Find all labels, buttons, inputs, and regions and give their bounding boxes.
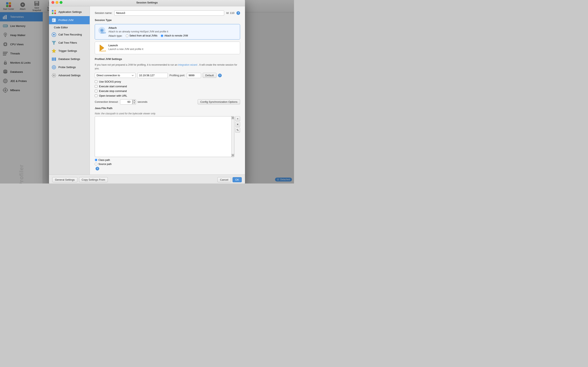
session-id-help-icon[interactable]: ?	[236, 11, 240, 15]
scroll-up-arrow[interactable]: ▲	[232, 117, 234, 119]
attach-type-local-label: Select from all local JVMs	[130, 34, 157, 37]
execute-start-checkbox[interactable]	[95, 85, 97, 88]
launch-card-desc: Launch a new JVM and profile it	[108, 48, 237, 50]
remove-file-button[interactable]: ✕	[235, 122, 240, 127]
minimize-button[interactable]	[56, 1, 58, 4]
file-list-area[interactable]: ▲ ▼	[95, 116, 234, 157]
seconds-label: seconds	[138, 100, 147, 103]
probe-settings-icon	[52, 65, 56, 70]
nav-profiled-jvm[interactable]: J Profiled JVM	[49, 16, 90, 24]
class-path-radio-label[interactable]: Class path	[95, 159, 240, 161]
default-button[interactable]: Default	[203, 73, 216, 78]
use-socks-proxy-checkbox[interactable]	[95, 80, 97, 83]
attach-type-local-radio[interactable]	[126, 34, 129, 37]
nav-call-tree-recording[interactable]: Call Tree Recording	[49, 31, 90, 39]
file-list-container: ▲ ▼ + ✕ ✎	[95, 116, 240, 157]
svg-marker-66	[52, 41, 56, 44]
svg-point-77	[101, 30, 103, 31]
nav-probe-settings[interactable]: Probe Settings	[49, 63, 90, 71]
close-button[interactable]	[52, 1, 54, 4]
attach-card-icon: Attach	[98, 26, 106, 34]
source-path-label: Source path	[98, 163, 112, 166]
footer-right: Cancel OK	[217, 177, 242, 182]
launch-card-title: Launch	[108, 44, 237, 47]
timeout-down-button[interactable]: ▼	[132, 102, 136, 104]
edit-file-button[interactable]: ✎	[235, 128, 240, 133]
profiling-port-input[interactable]	[187, 73, 201, 78]
session-name-row: Session name: Id: 110 ?	[95, 10, 240, 16]
profiling-port-label: Profiling port:	[169, 74, 185, 77]
path-type-help-icon[interactable]: ?	[95, 167, 99, 170]
session-id-label: Id: 110	[226, 11, 234, 15]
svg-rect-59	[54, 10, 56, 12]
session-name-label: Session name:	[95, 11, 112, 15]
source-path-radio[interactable]	[95, 163, 97, 165]
connection-type-select[interactable]: Direct connection to Via SSH tunnel Via …	[95, 73, 136, 78]
application-settings-icon	[52, 9, 56, 15]
execute-stop-label: Execute stop command	[99, 90, 127, 92]
call-tree-recording-icon	[52, 32, 56, 37]
use-socks-proxy-row: Use SOCKS proxy	[95, 80, 240, 83]
nav-trigger-settings[interactable]: Trigger Settings	[49, 47, 90, 55]
svg-point-74	[53, 75, 54, 76]
general-settings-button[interactable]: General Settings	[52, 177, 77, 182]
timeout-input[interactable]	[120, 99, 132, 105]
call-tree-filters-icon	[52, 40, 56, 45]
open-browser-label: Open browser with URL	[99, 94, 127, 97]
session-type-title: Session Type	[95, 18, 240, 22]
nav-label-advanced-settings: Advanced Settings	[58, 74, 80, 77]
copy-settings-button[interactable]: Copy Settings From	[79, 177, 108, 182]
svg-rect-58	[52, 10, 53, 12]
timeout-up-button[interactable]: ▲	[132, 100, 136, 102]
connection-timeout-label: Connection timeout:	[95, 100, 118, 103]
app-background: Start Center Attach Save Snapshot	[0, 0, 294, 184]
svg-rect-61	[54, 12, 56, 14]
execute-start-label: Execute start command	[99, 85, 127, 88]
nav-call-tree-filters[interactable]: Call Tree Filters	[49, 39, 90, 47]
connection-help-icon[interactable]: ?	[218, 74, 222, 77]
attach-type-local-radio-label[interactable]: Select from all local JVMs	[126, 34, 157, 37]
ip-address-input[interactable]	[137, 73, 168, 78]
config-sync-button[interactable]: Config Synchronization Options	[198, 99, 240, 104]
ok-button[interactable]: OK	[233, 177, 242, 182]
profiled-jvm-section-title: Profiled JVM Settings	[95, 58, 240, 60]
open-browser-checkbox[interactable]	[95, 94, 97, 97]
connection-row: Direct connection to Via SSH tunnel Via …	[95, 73, 240, 78]
maximize-button[interactable]	[60, 1, 62, 4]
integration-wizard-link[interactable]: integration wizard	[178, 63, 197, 66]
footer-left: General Settings Copy Settings From	[52, 177, 108, 182]
svg-rect-60	[52, 12, 53, 14]
attach-card[interactable]: Attach Attach Attach to an already runni…	[95, 24, 240, 40]
session-settings-dialog: Session Settings	[49, 0, 245, 184]
nav-advanced-settings[interactable]: Advanced Settings	[49, 71, 90, 80]
dialog-title: Session Settings	[136, 1, 158, 4]
dialog-nav: Application Settings J Profiled JVM Code…	[49, 6, 90, 175]
class-path-radio[interactable]	[95, 159, 97, 161]
scroll-down-arrow[interactable]: ▼	[232, 154, 234, 157]
connection-timeout-row: Connection timeout: ▲ ▼ seconds Config S…	[95, 99, 240, 105]
source-path-radio-label[interactable]: Source path	[95, 163, 240, 166]
attach-type-remote-radio-label[interactable]: Attach to remote JVM	[161, 34, 188, 37]
nav-label-code-editor: Code Editor	[54, 26, 68, 29]
attach-card-title: Attach	[108, 26, 237, 29]
svg-text:J: J	[52, 19, 54, 21]
session-name-input[interactable]	[114, 10, 224, 16]
nav-label-database-settings: Database Settings	[58, 58, 80, 60]
attach-type-remote-label: Attach to remote JVM	[164, 34, 188, 37]
profiled-jvm-icon: J	[52, 18, 56, 23]
execute-stop-row: Execute stop command	[95, 90, 240, 92]
nav-database-settings[interactable]: Database Settings	[49, 55, 90, 63]
cancel-button[interactable]: Cancel	[217, 177, 231, 182]
scroll-track[interactable]	[232, 119, 234, 154]
nav-application-settings[interactable]: Application Settings	[49, 8, 90, 16]
nav-label-probe-settings: Probe Settings	[58, 66, 76, 69]
nav-code-editor[interactable]: Code Editor	[49, 24, 90, 31]
dialog-titlebar: Session Settings	[49, 0, 245, 6]
execute-stop-checkbox[interactable]	[95, 90, 97, 92]
attach-type-remote-radio[interactable]	[161, 34, 163, 37]
nav-label-call-tree-filters: Call Tree Filters	[58, 41, 77, 44]
traffic-lights	[52, 1, 62, 4]
add-file-button[interactable]: +	[235, 116, 240, 121]
launch-card[interactable]: Launch Launch Launch a new JVM and profi…	[95, 42, 240, 54]
execute-start-row: Execute start command	[95, 85, 240, 88]
